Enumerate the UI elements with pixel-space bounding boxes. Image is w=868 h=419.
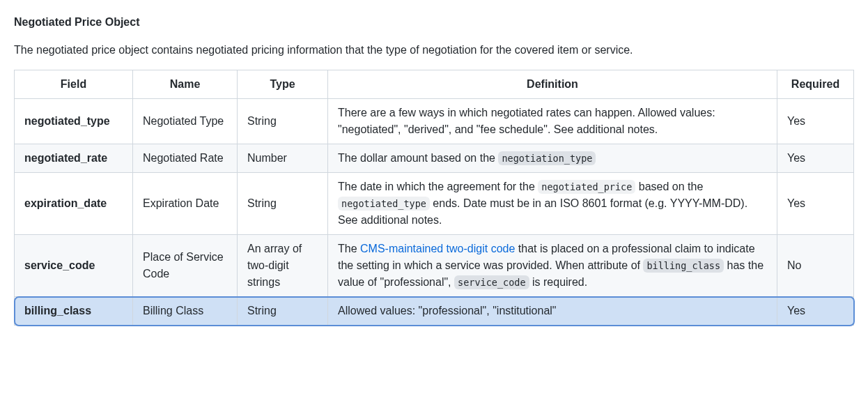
inline-code: negotiation_type xyxy=(498,151,596,165)
cell-field: negotiated_type xyxy=(15,99,133,144)
section-description: The negotiated price object contains neg… xyxy=(14,42,854,59)
def-text: based on the xyxy=(635,181,703,192)
cell-type: An array of two-digit strings xyxy=(238,235,328,297)
cell-type: Number xyxy=(238,144,328,173)
cell-type: String xyxy=(238,99,328,144)
cell-required: No xyxy=(777,235,854,297)
cell-required: Yes xyxy=(777,173,854,235)
cell-required: Yes xyxy=(777,144,854,173)
inline-code: service_code xyxy=(454,275,529,289)
cell-definition: The dollar amount based on the negotiati… xyxy=(328,144,777,173)
cell-required: Yes xyxy=(777,99,854,144)
table-header-row: Field Name Type Definition Required xyxy=(15,70,854,99)
cell-name: Billing Class xyxy=(133,297,238,326)
header-field: Field xyxy=(15,70,133,99)
cell-field: expiration_date xyxy=(15,173,133,235)
inline-code: billing_class xyxy=(643,259,724,273)
def-text: is required. xyxy=(529,276,588,288)
cell-type: String xyxy=(238,173,328,235)
header-required: Required xyxy=(777,70,854,99)
inline-code: negotiated_type xyxy=(338,197,430,211)
table-row: negotiated_type Negotiated Type String T… xyxy=(15,99,854,144)
cell-field: negotiated_rate xyxy=(15,144,133,173)
table-row: negotiated_rate Negotiated Rate Number T… xyxy=(15,144,854,173)
def-text: The dollar amount based on the xyxy=(338,152,498,164)
header-type: Type xyxy=(238,70,328,99)
cell-name: Place of Service Code xyxy=(133,235,238,297)
cell-required: Yes xyxy=(777,297,854,326)
cell-definition: The CMS-maintained two-digit code that i… xyxy=(328,235,777,297)
header-name: Name xyxy=(133,70,238,99)
negotiated-price-table: Field Name Type Definition Required nego… xyxy=(14,70,854,326)
cell-definition: There are a few ways in which negotiated… xyxy=(328,99,777,144)
table-row: expiration_date Expiration Date String T… xyxy=(15,173,854,235)
def-text: The date in which the agreement for the xyxy=(338,181,538,192)
def-text: The xyxy=(338,243,360,254)
cell-definition: The date in which the agreement for the … xyxy=(328,173,777,235)
table-row: service_code Place of Service Code An ar… xyxy=(15,235,854,297)
cell-type: String xyxy=(238,297,328,326)
table-row-highlighted: billing_class Billing Class String Allow… xyxy=(15,297,854,326)
cell-name: Negotiated Type xyxy=(133,99,238,144)
cell-field: service_code xyxy=(15,235,133,297)
cell-definition: Allowed values: "professional", "institu… xyxy=(328,297,777,326)
inline-code: negotiated_price xyxy=(538,180,635,194)
cell-name: Negotiated Rate xyxy=(133,144,238,173)
cms-code-link[interactable]: CMS-maintained two-digit code xyxy=(360,243,515,254)
cell-field: billing_class xyxy=(15,297,133,326)
section-title: Negotiated Price Object xyxy=(14,14,854,31)
header-definition: Definition xyxy=(328,70,777,99)
cell-name: Expiration Date xyxy=(133,173,238,235)
